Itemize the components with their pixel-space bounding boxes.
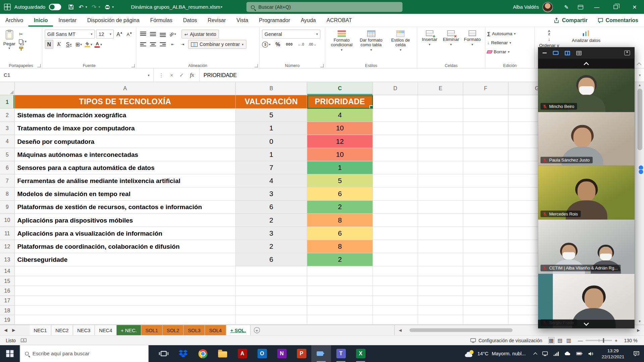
row-header-12[interactable]: 12 [0,240,15,253]
taskbar-app-camera[interactable] [311,345,331,362]
zoom-in-icon[interactable]: + [615,338,618,343]
merge-center-button[interactable]: Combinar y centrar▾ [188,40,247,49]
floating-widget-dots[interactable] [638,166,644,174]
sheet-tab--nec-[interactable]: + NEC. [117,325,141,336]
cell-F19[interactable] [463,315,508,324]
taskbar-app-excel[interactable]: X [351,345,371,362]
zoom-slider[interactable] [586,340,612,341]
taskbar-app-onenote[interactable]: N [272,345,292,362]
cell-A13[interactable]: Ciberseguridade [15,253,236,266]
avatar[interactable] [543,2,553,12]
cell-D1[interactable] [373,95,418,109]
row-header-14[interactable]: 14 [0,266,15,276]
taskbar-app-teams[interactable]: T [331,345,351,362]
cell-E15[interactable] [418,276,464,286]
clear-button[interactable]: Borrar▾ [487,47,533,56]
layout-speaker-icon[interactable] [553,51,558,55]
align-left-icon[interactable] [139,40,148,49]
number-format-select[interactable]: General▾ [262,29,320,39]
cell-A8[interactable]: Modelos de simulación en tempo real [15,188,236,201]
cell-B16[interactable] [236,286,307,296]
ribbon-tab-f-rmulas[interactable]: Fórmulas [145,14,178,27]
cell-A17[interactable] [15,296,236,306]
font-dialog-launcher[interactable] [131,64,135,67]
row-header-1[interactable]: 1 [0,95,15,109]
ribbon-tab-ayuda[interactable]: Ayuda [296,14,321,27]
cell-C8[interactable]: 6 [307,188,373,201]
hscroll-right-icon[interactable]: ▶ [637,328,640,332]
conditional-formatting-button[interactable]: Formato condicional▾ [327,28,357,52]
cell-E1[interactable] [418,95,464,109]
sheet-tab-nec2[interactable]: NEC2 [51,325,73,336]
cell-A5[interactable]: Máquinas autónomas e interconectadas [15,148,236,161]
cell-E12[interactable] [418,240,464,253]
display-settings-button[interactable]: Configuración de visualización [470,338,542,343]
cell-D15[interactable] [373,276,418,286]
cell-F1[interactable] [463,95,508,109]
cell-B19[interactable] [236,315,307,324]
format-as-table-button[interactable]: Dar formato como tabla▾ [356,28,386,52]
comments-button[interactable]: Comentarios [597,17,638,23]
align-bottom-icon[interactable] [159,29,167,39]
column-header-C[interactable]: C [307,82,373,95]
taskbar-app-taskview[interactable] [154,345,173,362]
decrease-indent-icon[interactable]: ⇤ [168,40,177,49]
cell-F18[interactable] [463,306,508,315]
cell-A7[interactable]: Ferramentas de análise mediante intelixe… [15,174,236,187]
insert-cells-button[interactable]: Insertar▾ [419,28,440,46]
taskbar-app-chrome[interactable] [193,345,213,362]
cell-C12[interactable]: 8 [307,240,373,253]
taskbar-app-dropbox[interactable] [173,345,193,362]
percent-style-icon[interactable]: % [274,40,282,49]
align-middle-icon[interactable] [149,29,157,39]
column-header-B[interactable]: B [236,82,307,95]
cell-E3[interactable] [418,122,464,135]
fill-handle[interactable] [370,106,373,109]
cell-C11[interactable]: 6 [307,227,373,240]
cell-F10[interactable] [463,214,508,227]
volume-icon[interactable] [588,351,593,356]
row-header-8[interactable]: 8 [0,188,15,201]
increase-indent-icon[interactable]: ⇥ [178,40,187,49]
ribbon-tab-revisar[interactable]: Revisar [202,14,231,27]
cell-F6[interactable] [463,161,508,174]
cell-A3[interactable]: Tratamento de imaxe por computadora [15,122,236,135]
cell-F2[interactable] [463,109,508,122]
next-sheet-icon[interactable]: ▶ [12,328,15,332]
cell-B1[interactable]: VALORACIÓN [236,95,307,109]
hscroll-left-icon[interactable]: ◀ [399,328,401,332]
call-minimize-icon[interactable] [543,53,547,53]
row-header-2[interactable]: 2 [0,109,15,122]
orientation-icon[interactable]: ab▾ [168,29,177,39]
cell-E7[interactable] [418,174,464,187]
cancel-icon[interactable]: × [170,72,173,78]
cell-B4[interactable]: 0 [236,135,307,148]
cell-F12[interactable] [463,240,508,253]
sheet-tab-sol1[interactable]: SOL1 [141,325,162,336]
taskbar-search-input[interactable]: Escribe aquí para buscar [20,345,149,362]
sheet-tab-nec3[interactable]: NEC3 [73,325,95,336]
share-button[interactable]: Compartir [554,17,588,23]
participant-tile-4[interactable]: CETIM | Alba Vilariño & Adrián Rg... [538,220,635,274]
expand-formula-bar-icon[interactable]: ▾ [636,68,644,81]
row-header-19[interactable]: 19 [0,315,15,324]
participant-tile-2[interactable]: Paula Sánchez Justo [538,112,635,166]
cell-A19[interactable] [15,315,236,324]
cell-C5[interactable]: 10 [307,148,373,161]
cell-A1[interactable]: TIPOS DE TECNOLOXÍA [15,95,236,109]
underline-button[interactable]: S▾ [64,40,73,49]
minimize-button[interactable]: — [587,0,606,14]
new-sheet-button[interactable]: + [251,325,263,336]
normal-view-icon[interactable]: ▦ [549,338,554,344]
cell-A16[interactable] [15,286,236,296]
ribbon-tab-acrobat[interactable]: ACROBAT [321,14,358,27]
taskbar-app-acrobat[interactable]: A [232,345,252,362]
column-header-E[interactable]: E [418,82,464,95]
sheet-tab-nec1[interactable]: NEC1 [30,325,51,336]
ribbon-tab-inicio[interactable]: Inicio [29,14,53,27]
cell-B11[interactable]: 3 [236,227,307,240]
cell-C9[interactable]: 2 [307,201,373,214]
ink-pen-icon[interactable]: ✎ [559,0,574,14]
cell-D13[interactable] [373,253,418,266]
cell-D4[interactable] [373,135,418,148]
